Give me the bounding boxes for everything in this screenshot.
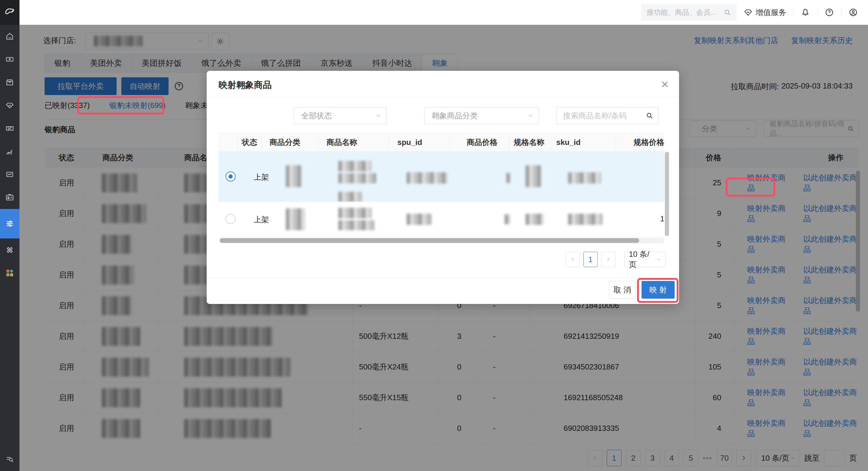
- avatar-icon[interactable]: [848, 8, 858, 17]
- leopard-logo-icon: [4, 6, 16, 18]
- modal-status-filter[interactable]: 全部状态: [294, 107, 387, 124]
- modal-next-page-button[interactable]: [601, 252, 615, 267]
- topbar-divider: [817, 8, 817, 17]
- sidebar-item-home[interactable]: [0, 25, 20, 48]
- sidebar: [0, 0, 20, 471]
- chevron-down-icon: [656, 257, 661, 262]
- search-icon: [724, 8, 731, 16]
- vas-diamond-icon: [744, 8, 752, 17]
- topbar-divider: [841, 8, 841, 17]
- coupon-icon: [5, 124, 14, 133]
- modal-table-header: 状态 商品分类 商品名称 spu_id 商品价格 规格名称 sku_id 规格价…: [218, 133, 664, 152]
- report-icon: [5, 170, 14, 179]
- global-search-placeholder: 搜功能、商品、会员...: [647, 8, 716, 17]
- close-icon[interactable]: ✕: [661, 78, 669, 90]
- modal-page-1-button[interactable]: 1: [583, 252, 597, 267]
- annotation-box-unmapped-tab: [78, 96, 164, 115]
- vas-label: 增值服务: [755, 7, 786, 18]
- value-added-services[interactable]: 增值服务: [744, 7, 786, 18]
- sidebar-item-promotion[interactable]: [0, 117, 20, 140]
- modal-product-row[interactable]: 上架 1: [218, 202, 664, 237]
- search-icon: [646, 112, 653, 120]
- modal-product-row[interactable]: 上架: [218, 151, 664, 202]
- sliders-icon: [5, 219, 14, 228]
- modal-page-size-select[interactable]: 10 条/页: [624, 252, 666, 267]
- annotation-box-map-link: [726, 178, 775, 196]
- package-icon: [5, 78, 14, 87]
- category-filter-value: 翱象商品分类: [432, 111, 478, 121]
- pospal-logo[interactable]: [0, 0, 20, 25]
- modal-search-placeholder: 搜索商品名称/条码: [563, 111, 626, 121]
- sidebar-item-statistics[interactable]: [0, 140, 20, 163]
- spec-price-partial: 1: [660, 214, 664, 223]
- row-status: 上架: [254, 172, 269, 182]
- sidebar-item-search-menu[interactable]: [0, 451, 20, 467]
- app-root: 搜功能、商品、会员... 增值服务 选择门店:: [0, 0, 868, 471]
- map-aoxiang-product-modal: 映射翱象商品 ✕ 全部状态 翱象商品分类 搜索商品名称/条码 状态 商品分类 商…: [207, 71, 679, 304]
- sidebar-item-membership[interactable]: [0, 94, 20, 117]
- id-card-icon: [5, 193, 14, 202]
- chevron-right-icon: [606, 257, 611, 262]
- modal-title: 映射翱象商品: [218, 79, 272, 91]
- cash-icon: [5, 55, 14, 64]
- radio-unselected-icon[interactable]: [225, 214, 236, 224]
- topbar: 搜功能、商品、会员... 增值服务: [20, 0, 868, 25]
- sidebar-item-tools[interactable]: [0, 239, 20, 261]
- topbar-divider: [793, 8, 794, 17]
- sidebar-item-settings-active[interactable]: [0, 209, 20, 239]
- bell-icon[interactable]: [801, 8, 810, 17]
- modal-vertical-scrollbar[interactable]: [665, 152, 669, 236]
- crossed-tools-icon: [5, 246, 14, 254]
- bar-chart-icon: [5, 147, 14, 156]
- modal-prev-page-button[interactable]: [566, 252, 580, 267]
- search-list-icon: [5, 454, 14, 463]
- chevron-down-icon: [527, 113, 534, 119]
- radio-selected-icon[interactable]: [225, 171, 236, 182]
- sidebar-item-cash[interactable]: [0, 48, 20, 71]
- modal-page-size-value: 10 条/页: [629, 249, 656, 270]
- chevron-left-icon: [570, 257, 576, 262]
- sidebar-item-apps[interactable]: [0, 261, 20, 284]
- sidebar-item-report[interactable]: [0, 163, 20, 186]
- annotation-box-map-button: [637, 278, 678, 303]
- modal-search-input[interactable]: 搜索商品名称/条码: [556, 107, 658, 124]
- cancel-button[interactable]: 取 消: [609, 281, 636, 299]
- modal-category-filter[interactable]: 翱象商品分类: [424, 107, 539, 124]
- divider: [207, 277, 679, 278]
- status-filter-value: 全部状态: [301, 111, 332, 121]
- divider: [207, 97, 679, 97]
- row-status: 上架: [254, 215, 269, 225]
- help-icon[interactable]: [825, 8, 834, 17]
- modal-horizontal-scrollbar[interactable]: [220, 238, 664, 244]
- sidebar-item-staff[interactable]: [0, 186, 20, 209]
- home-icon: [5, 32, 14, 41]
- chevron-down-icon: [375, 113, 382, 119]
- diamond-icon: [5, 101, 14, 110]
- sidebar-item-goods[interactable]: [0, 71, 20, 94]
- apps-grid-icon: [5, 269, 14, 277]
- global-search-input[interactable]: 搜功能、商品、会员...: [641, 4, 737, 21]
